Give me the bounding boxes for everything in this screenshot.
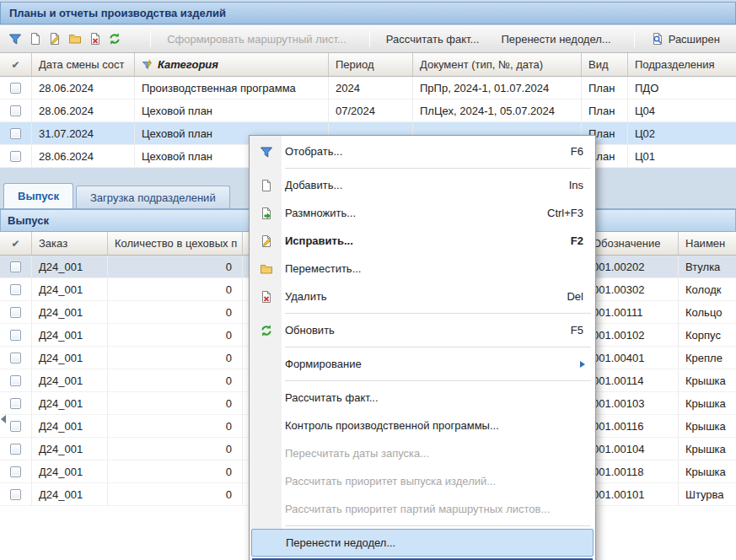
col-label: Период — [336, 58, 374, 71]
row-checkbox[interactable] — [10, 307, 21, 318]
menu-item-add[interactable]: Добавить... Ins — [251, 171, 594, 199]
output-select-all-header[interactable]: ✔ — [0, 232, 32, 255]
col-label: Обозначение — [593, 237, 660, 250]
row-checkbox[interactable] — [10, 466, 21, 477]
plans-col-document[interactable]: Документ (тип, №, дата) — [413, 53, 582, 76]
edit-document-icon — [260, 234, 273, 248]
plans-col-kind[interactable]: Вид — [582, 53, 628, 76]
menu-item-formation[interactable]: Формирование — [251, 350, 594, 378]
plans-col-category[interactable]: Категория — [135, 53, 329, 76]
tab-zagruzka-podrazdelenij[interactable]: Загрузка подразделений — [76, 186, 230, 208]
cell-text: Д24_001 — [39, 306, 83, 319]
col-label: Вид — [588, 58, 609, 71]
collapse-panel-button[interactable] — [1, 412, 9, 427]
cell-text: Ц01 — [635, 150, 655, 163]
cell-text: 0 — [226, 306, 232, 319]
row-checkbox[interactable] — [10, 330, 21, 341]
col-label: Заказ — [39, 237, 67, 250]
cell-order: Д24_001 — [32, 483, 108, 505]
row-checkbox[interactable] — [10, 353, 21, 363]
toolbar-separator — [150, 30, 151, 47]
row-checkbox[interactable] — [10, 421, 21, 432]
filter-icon — [8, 32, 22, 46]
cell-name: Крышка — [679, 438, 736, 460]
cell-text: Д24_001 — [39, 261, 83, 273]
menu-item-refresh[interactable]: Обновить F5 — [251, 316, 594, 344]
output-col-order[interactable]: Заказ — [32, 232, 108, 255]
edit-document-button[interactable] — [45, 29, 65, 49]
row-checkbox[interactable] — [10, 151, 21, 162]
refresh-button[interactable] — [105, 29, 125, 49]
row-check-cell — [0, 301, 32, 323]
plans-row[interactable]: 28.06.2024 Производственная программа 20… — [0, 77, 736, 100]
calc-fact-button[interactable]: Рассчитать факт... — [375, 29, 491, 49]
output-col-name[interactable]: Наимен — [679, 232, 736, 255]
output-col-designation[interactable]: Обозначение — [586, 232, 679, 255]
move-document-button[interactable] — [65, 29, 85, 49]
plans-col-division[interactable]: Подразделения — [628, 53, 736, 76]
cell-order: Д24_001 — [32, 438, 108, 460]
menu-item-recalc-launch-dates: Пересчитать даты запуска... — [251, 439, 594, 467]
cell-document: ПрПр, 2024-1, 01.07.2024 — [413, 77, 582, 99]
row-checkbox[interactable] — [10, 375, 21, 386]
plans-col-date[interactable]: Дата смены сост — [32, 53, 135, 76]
cell-text: Колодк — [685, 283, 721, 296]
menu-item-duplicate[interactable]: Размножить... Ctrl+F3 — [251, 199, 594, 227]
transfer-shortfall-button[interactable]: Перенести недодел... — [490, 29, 621, 49]
row-check-cell — [0, 278, 32, 300]
menu-item-filter[interactable]: Отобрать... F6 — [251, 137, 594, 165]
cell-text: 0 — [226, 283, 232, 296]
cell-text: 001.00114 — [593, 374, 644, 387]
row-check-cell — [0, 483, 32, 505]
menu-item-delete[interactable]: Удалить Del — [251, 283, 594, 310]
cell-qty: 0 — [108, 278, 243, 300]
row-checkbox[interactable] — [10, 105, 21, 116]
row-checkbox[interactable] — [10, 398, 21, 409]
cell-qty: 0 — [108, 347, 243, 369]
cell-text: Цеховой план — [142, 150, 212, 163]
cell-division: Ц01 — [628, 145, 736, 167]
menu-item-label: Рассчитать факт... — [282, 391, 594, 404]
menu-item-transfer-shortfall[interactable]: Перенести недодел... — [251, 529, 594, 557]
cell-name: Колодк — [679, 278, 736, 300]
plans-row[interactable]: 28.06.2024 Цеховой план 07/2024 ПлЦех, 2… — [0, 100, 736, 122]
cell-text: Д24_001 — [39, 283, 83, 296]
row-checkbox[interactable] — [10, 489, 21, 500]
cell-name: Крепле — [679, 347, 736, 369]
cell-designation: 001.00101 — [586, 483, 679, 505]
menu-item-edit[interactable]: Исправить... F2 — [251, 227, 594, 255]
menu-item-calc-fact[interactable]: Рассчитать факт... — [251, 384, 594, 412]
cell-date: 28.06.2024 — [32, 100, 135, 121]
filter-button[interactable] — [5, 29, 25, 49]
row-checkbox[interactable] — [10, 261, 21, 272]
cell-text: Д24_001 — [39, 329, 83, 342]
extended-button[interactable]: Расширен — [640, 29, 731, 49]
menu-separator — [285, 525, 591, 526]
plans-col-period[interactable]: Период — [329, 53, 413, 76]
cell-text: ПДО — [635, 82, 658, 94]
menu-item-label: Переместить... — [282, 262, 583, 275]
tab-label: Загрузка подразделений — [90, 191, 216, 204]
row-checkbox[interactable] — [10, 83, 21, 94]
cell-text: Кольцо — [685, 306, 722, 319]
plans-select-all-header[interactable]: ✔ — [0, 53, 32, 76]
toolbar-separator — [634, 30, 635, 47]
row-checkbox[interactable] — [10, 444, 21, 455]
output-col-qty[interactable]: Количество в цеховых п — [108, 232, 243, 255]
extended-label: Расширен — [669, 33, 720, 46]
tab-vypusk[interactable]: Выпуск — [3, 183, 73, 208]
cell-designation: 001.00401 — [586, 347, 679, 369]
col-label: Подразделения — [635, 58, 715, 71]
cell-text: 001.00118 — [593, 466, 644, 478]
cell-text: 001.00401 — [593, 352, 644, 364]
cell-text: 001.00104 — [593, 443, 644, 455]
menu-item-move[interactable]: Переместить... — [251, 255, 594, 283]
cell-designation: 001.00302 — [586, 278, 679, 300]
edit-document-icon — [48, 32, 62, 46]
menu-item-control-program[interactable]: Контроль производственной программы... — [251, 412, 594, 439]
menu-separator — [285, 380, 591, 381]
row-checkbox[interactable] — [10, 128, 21, 139]
row-checkbox[interactable] — [10, 284, 21, 295]
delete-document-button[interactable] — [85, 29, 105, 49]
add-document-button[interactable] — [25, 29, 46, 49]
